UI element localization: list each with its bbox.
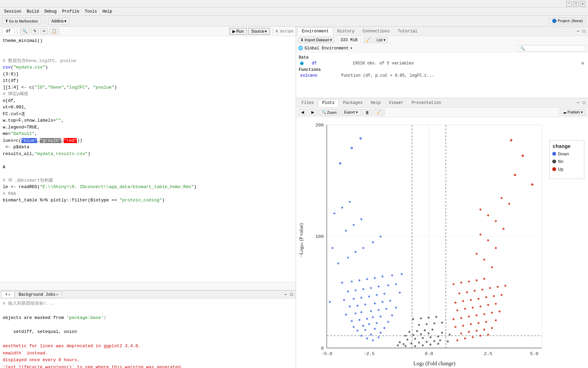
tab-viewer[interactable]: Viewer	[385, 99, 407, 106]
tab-packages[interactable]: Packages	[339, 99, 367, 106]
string: "mydata.csv"	[13, 65, 45, 70]
close-tab-icon[interactable]: ✕	[8, 293, 11, 297]
delete-plot-button[interactable]: 🗑	[362, 109, 372, 116]
svg-point-80	[372, 241, 374, 243]
addins-button[interactable]: Addins ▾	[48, 18, 70, 25]
editor-tab-df[interactable]: df	[2, 28, 14, 34]
svg-point-37	[366, 318, 368, 320]
menu-session[interactable]: Session	[1, 9, 24, 15]
env-func-row-volcano[interactable]: volcano function (df, p.cut = 0.05, logF…	[299, 73, 585, 78]
run-icon: ▶	[232, 29, 235, 34]
svg-point-95	[418, 342, 420, 344]
tab-files[interactable]: Files	[297, 99, 318, 106]
svg-point-171	[497, 286, 499, 288]
env-tabs-bar: Environment History Connections Tutorial…	[296, 27, 588, 36]
tab-environment[interactable]: Environment	[297, 28, 333, 35]
publish-button[interactable]: ☁ Publish ▾	[560, 109, 586, 116]
broom-button[interactable]: 🧹	[363, 37, 373, 43]
svg-point-73	[381, 276, 383, 278]
minimize-button[interactable]: ─	[566, 1, 572, 6]
env-data-row-df[interactable]: df 19510 obs. of 5 variables ⊞	[299, 61, 585, 66]
svg-point-137	[476, 330, 478, 332]
source-button[interactable]: Source ▾	[248, 28, 270, 35]
search-code-button[interactable]: 🔍	[20, 28, 30, 34]
svg-point-141	[462, 325, 464, 327]
edit-button[interactable]: ✎	[31, 28, 39, 34]
run-button[interactable]: ▶ Run	[229, 28, 247, 35]
svg-point-107	[428, 333, 430, 335]
tab-history[interactable]: History	[333, 28, 358, 35]
svg-point-193	[531, 184, 534, 186]
title-bar-buttons[interactable]: ─ □ ✕	[566, 1, 585, 6]
svg-point-100	[414, 338, 416, 340]
svg-point-52	[381, 301, 383, 303]
prev-plot-button[interactable]: ◀	[298, 109, 307, 116]
svg-point-55	[353, 298, 355, 300]
comment: # 数据包含Gene,log2FC, pvalue	[3, 58, 76, 63]
menu-help[interactable]: Help	[100, 9, 115, 15]
list-view-button[interactable]: List ▾	[374, 37, 388, 43]
broom-plot-button[interactable]: 🧹	[374, 109, 385, 116]
env-func-name: volcano	[300, 73, 334, 78]
svg-point-64	[370, 287, 372, 289]
project-button[interactable]: 🔵 Project: (None)	[549, 18, 586, 24]
console-content[interactable]: # 输入到基因组坐标/... objects are masked from '…	[0, 299, 296, 368]
svg-point-168	[474, 290, 476, 292]
chevron-down-icon: ▾	[64, 19, 66, 24]
close-bg-icon[interactable]: ✕	[56, 293, 59, 297]
next-plot-button[interactable]: ▶	[308, 109, 317, 116]
cut-button[interactable]: ✂	[40, 28, 48, 34]
code-line: <- p$data	[3, 144, 293, 151]
sep	[337, 37, 338, 43]
menu-tools[interactable]: Tools	[82, 9, 100, 15]
tab-plots[interactable]: Plots	[318, 99, 339, 107]
code-line	[3, 51, 293, 58]
svg-point-200	[552, 167, 556, 171]
console-tab-x[interactable]: ×✕	[1, 291, 14, 298]
svg-point-154	[464, 308, 466, 310]
svg-point-57	[368, 296, 370, 298]
copy-button[interactable]: 📋	[49, 28, 59, 34]
menu-profile[interactable]: Profile	[59, 9, 82, 15]
export-button[interactable]: Export ▾	[341, 109, 361, 116]
go-to-file-button[interactable]: ⬆ Go to file/function	[2, 18, 41, 24]
plots-minimize-button[interactable]: ─	[575, 101, 582, 105]
console-tab-background-jobs[interactable]: Background Jobs✕	[15, 291, 62, 298]
svg-point-181	[495, 247, 497, 249]
import-dataset-button[interactable]: ⬇ Import Dataset ▾	[298, 37, 334, 43]
svg-point-41	[345, 314, 347, 316]
svg-point-82	[345, 230, 347, 232]
svg-point-68	[341, 282, 343, 284]
maximize-button[interactable]: □	[573, 1, 578, 6]
tab-tutorial[interactable]: Tutorial	[394, 28, 422, 35]
svg-point-97	[434, 340, 436, 342]
env-expand-button[interactable]: □	[582, 29, 587, 34]
expand-icon[interactable]: ⊞	[582, 61, 584, 66]
svg-point-69	[351, 281, 353, 283]
tab-help[interactable]: Help	[367, 99, 385, 106]
export-chevron: ▾	[356, 110, 358, 114]
menu-debug[interactable]: Debug	[42, 9, 59, 15]
svg-point-32	[368, 323, 370, 325]
env-search-input[interactable]	[518, 45, 586, 51]
code-line: # RNA	[3, 190, 293, 197]
code-editor[interactable]: theme_minimal() # 数据包含Gene,log2FC, pvalu…	[0, 36, 296, 282]
console-line-warning: aesthetic for lines was deprecated in gg…	[3, 343, 293, 350]
menu-build[interactable]: Build	[24, 9, 42, 15]
plots-expand-button[interactable]: □	[582, 101, 587, 105]
console-minimize-button[interactable]: ─	[282, 292, 289, 297]
svg-point-113	[437, 343, 439, 345]
svg-point-167	[466, 291, 468, 293]
svg-point-88	[339, 162, 341, 165]
code-line	[3, 157, 293, 164]
svg-text:No: No	[558, 159, 564, 165]
console-expand-button[interactable]: □	[289, 292, 294, 297]
tab-connections[interactable]: Connections	[359, 28, 394, 35]
close-button[interactable]: ✕	[580, 1, 585, 6]
svg-text:-2.5: -2.5	[363, 351, 374, 356]
console-panel: ×✕ Background Jobs✕ ─ □ # 输入到基因组坐标/... o…	[0, 290, 296, 368]
svg-point-157	[487, 304, 489, 306]
zoom-button[interactable]: 🔍 Zoom	[318, 109, 340, 116]
env-minimize-button[interactable]: ─	[575, 29, 582, 34]
tab-presentation[interactable]: Presentation	[408, 99, 445, 106]
